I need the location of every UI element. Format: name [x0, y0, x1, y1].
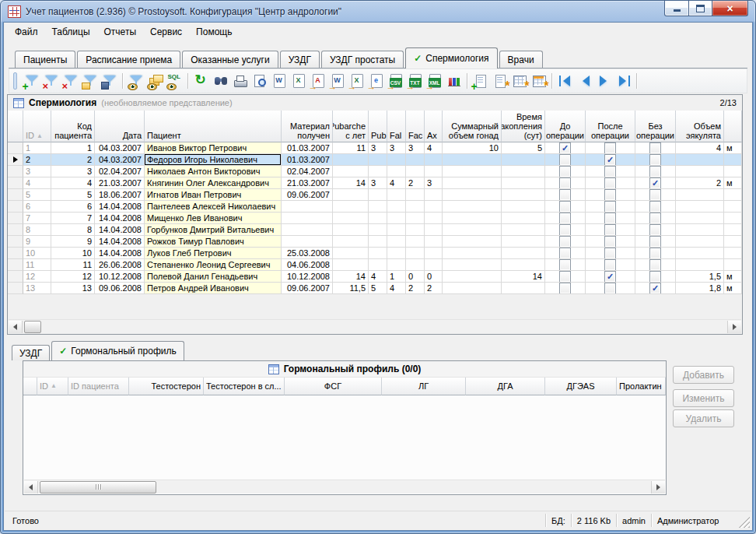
menu-help[interactable]: Помощь — [189, 24, 239, 40]
accum-cell[interactable] — [502, 166, 545, 177]
volume-cell[interactable] — [676, 166, 724, 177]
row-indicator[interactable] — [8, 224, 23, 236]
pubarche-cell[interactable] — [333, 166, 369, 177]
nav-first-button[interactable] — [555, 72, 575, 91]
post_op-checkbox[interactable] — [604, 271, 616, 283]
nav-prev-button[interactable] — [575, 72, 594, 91]
volume-cell[interactable]: 2 — [676, 177, 724, 189]
fal-cell[interactable] — [387, 189, 406, 201]
next-cell[interactable] — [724, 236, 742, 248]
row-indicator[interactable] — [8, 166, 23, 177]
pubarche-cell[interactable] — [333, 201, 369, 213]
detail-column-header-0[interactable]: ID▲ — [37, 378, 68, 395]
table-row[interactable]: 101014.04.2008Луков Глеб Петрович25.03.2… — [8, 248, 742, 259]
material-cell[interactable]: 09.06.2007 — [282, 189, 333, 201]
pre_op-cell[interactable] — [545, 189, 586, 201]
toolbar-gripper[interactable] — [13, 72, 17, 90]
post_op-checkbox[interactable] — [604, 154, 616, 166]
nav-last-button[interactable] — [614, 72, 633, 91]
export-txt-button[interactable]: TXT→ — [405, 72, 425, 91]
post_op-checkbox[interactable] — [604, 248, 616, 259]
no_op-checkbox[interactable] — [649, 259, 661, 271]
ax-cell[interactable] — [425, 189, 443, 201]
accum-cell[interactable] — [502, 224, 545, 236]
detail-column-header-7[interactable]: ДГЭАS — [545, 378, 617, 395]
column-header-material[interactable]: Материал получен — [282, 111, 333, 142]
volume-cell[interactable] — [676, 154, 724, 166]
material-cell[interactable] — [282, 236, 333, 248]
export-word-button[interactable]: W→ — [327, 72, 347, 91]
date-cell[interactable]: 02.04.2007 — [95, 166, 145, 177]
accum-cell[interactable]: 14 — [502, 271, 545, 283]
column-header-accum[interactable]: Время накопления (сут) — [502, 111, 545, 142]
pub-cell[interactable] — [369, 189, 387, 201]
fac-cell[interactable] — [406, 201, 425, 213]
view-settings-button[interactable]: * — [529, 72, 548, 91]
column-header-gonad[interactable]: Суммарный объем гонад — [443, 111, 502, 142]
gonad-cell[interactable] — [443, 283, 502, 294]
accum-cell[interactable]: 5 — [502, 142, 545, 154]
id-cell[interactable]: 8 — [23, 224, 51, 236]
no_op-cell[interactable] — [635, 166, 676, 177]
pub-cell[interactable] — [369, 166, 387, 177]
patient-cell[interactable]: Игнатов Иван Петрович — [145, 189, 282, 201]
fal-cell[interactable] — [387, 248, 406, 259]
code-cell[interactable]: 4 — [51, 177, 95, 189]
ax-cell[interactable]: 0 — [425, 271, 443, 283]
find-button[interactable] — [211, 72, 230, 91]
code-cell[interactable]: 5 — [51, 189, 95, 201]
pub-cell[interactable]: 3 — [369, 177, 387, 189]
column-header-fal[interactable]: Fal — [387, 111, 406, 142]
pre_op-cell[interactable] — [545, 166, 586, 177]
no_op-cell[interactable] — [635, 177, 676, 189]
tab-services[interactable]: Оказанные услуги — [182, 51, 278, 68]
filter-tree-view-button[interactable] — [145, 72, 165, 91]
code-cell[interactable]: 6 — [51, 201, 95, 213]
next-cell[interactable] — [724, 248, 742, 259]
pre_op-checkbox[interactable] — [559, 213, 571, 224]
tab-schedule[interactable]: Расписание приема — [77, 51, 180, 68]
fac-cell[interactable]: 2 — [406, 177, 425, 189]
gonad-cell[interactable] — [443, 189, 502, 201]
pubarche-cell[interactable]: 14 — [333, 271, 369, 283]
pre_op-cell[interactable] — [545, 142, 586, 154]
fal-cell[interactable]: 3 — [387, 142, 406, 154]
column-header-pre_op[interactable]: До операции — [545, 111, 586, 142]
pre_op-cell[interactable] — [545, 271, 586, 283]
ax-cell[interactable]: 4 — [425, 142, 443, 154]
no_op-checkbox[interactable] — [649, 224, 661, 236]
pub-cell[interactable] — [369, 259, 387, 271]
accum-cell[interactable] — [502, 189, 545, 201]
patient-cell[interactable]: Федоров Игорь Николаевич — [145, 154, 282, 166]
id-cell[interactable]: 1 — [23, 142, 51, 154]
no_op-cell[interactable] — [635, 154, 676, 166]
post_op-cell[interactable] — [586, 201, 635, 213]
row-indicator[interactable] — [8, 259, 23, 271]
column-header-volume[interactable]: Объем эякулята — [676, 111, 724, 142]
pre_op-checkbox[interactable] — [559, 189, 571, 201]
detail-column-header-1[interactable]: ID пациента — [68, 378, 129, 395]
pub-cell[interactable] — [369, 213, 387, 224]
tab-uzdg-prostate[interactable]: УЗДГ простаты — [321, 51, 404, 68]
accum-cell[interactable] — [502, 213, 545, 224]
material-cell[interactable]: 02.04.2007 — [282, 166, 333, 177]
code-cell[interactable]: 13 — [51, 283, 95, 294]
detail-column-header-6[interactable]: ДГА — [466, 378, 545, 395]
pubarche-cell[interactable] — [333, 236, 369, 248]
post_op-checkbox[interactable] — [604, 201, 616, 213]
fac-cell[interactable]: 3 — [406, 142, 425, 154]
accum-cell[interactable] — [502, 154, 545, 166]
gonad-cell[interactable] — [443, 248, 502, 259]
scroll-right-button[interactable] — [727, 321, 741, 333]
scroll-right-button[interactable] — [651, 481, 665, 494]
next-cell[interactable] — [724, 213, 742, 224]
accum-cell[interactable] — [502, 259, 545, 271]
tab-doctors[interactable]: Врачи — [499, 51, 543, 68]
id-cell[interactable]: 12 — [23, 271, 51, 283]
table-row[interactable]: 3302.04.2007Николаев Антон Викторович02.… — [8, 166, 742, 177]
filter-clear-button[interactable]: × — [41, 72, 61, 91]
fac-cell[interactable]: 2 — [406, 283, 425, 294]
fal-cell[interactable] — [387, 213, 406, 224]
post_op-checkbox[interactable] — [604, 142, 616, 154]
pub-cell[interactable]: 4 — [369, 271, 387, 283]
